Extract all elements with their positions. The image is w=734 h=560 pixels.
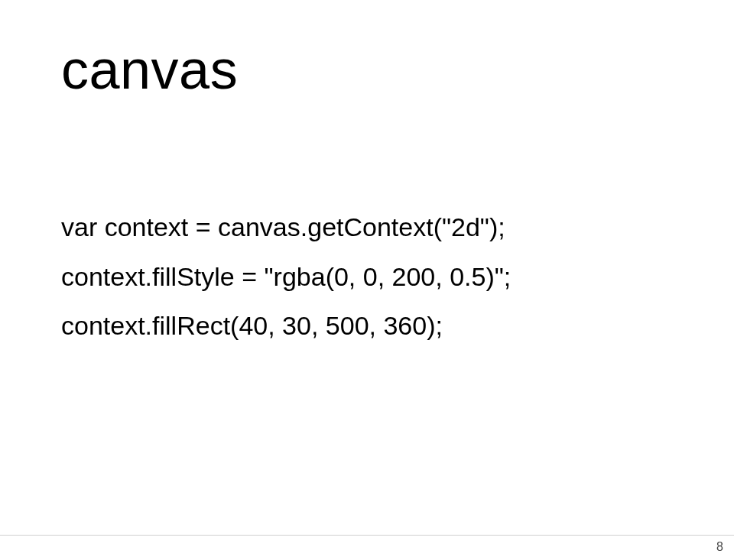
- code-line-4: context.fillRect(40, 30, 500, 360);: [61, 301, 511, 351]
- code-block: var context = canvas.getContext("2d"); c…: [61, 202, 511, 351]
- code-line-1: var context = canvas.getContext("2d");: [61, 202, 511, 252]
- page-number: 8: [716, 540, 723, 554]
- slide-title: canvas: [61, 38, 238, 101]
- slide: canvas var context = canvas.getContext("…: [0, 0, 734, 560]
- code-line-3: context.fillStyle = "rgba(0, 0, 200, 0.5…: [61, 252, 511, 302]
- divider: [0, 535, 734, 536]
